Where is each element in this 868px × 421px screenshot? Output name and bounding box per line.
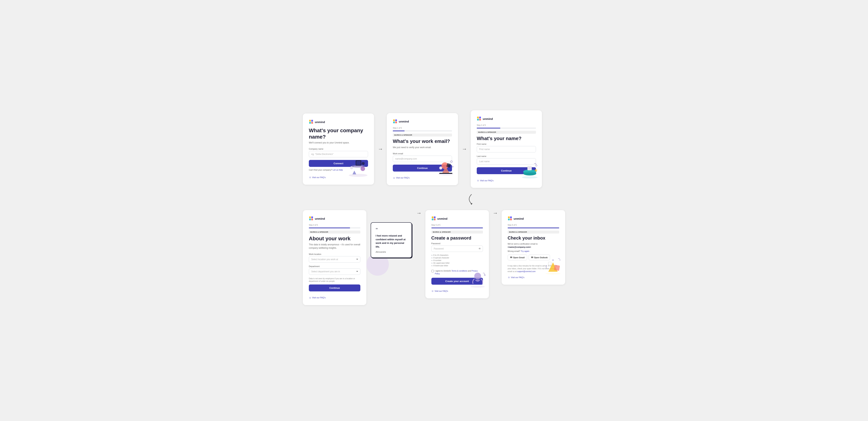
logo-text-2: unmind (399, 120, 409, 123)
svg-point-33 (522, 176, 538, 179)
card2-title: What's your work email? (393, 138, 452, 144)
arrow-4: → (493, 210, 498, 216)
card5-title: Create a password (431, 235, 483, 241)
svg-point-5 (349, 174, 368, 177)
illustration-5 (468, 269, 487, 289)
data-note: Data is not seen by employers if you are… (309, 278, 360, 283)
svg-rect-49 (432, 219, 433, 220)
rule-5: A lowercase letter (431, 265, 483, 267)
step-label-4: Step 4 of 5 (309, 224, 360, 226)
open-gmail-button[interactable]: ✉ Open Gmail (508, 255, 527, 260)
work-email-label: Work email (393, 153, 452, 155)
svg-marker-40 (470, 203, 472, 205)
quote-section: " I feel more relaxed and confident with… (370, 210, 412, 270)
arrow-1: → (378, 146, 383, 152)
progress-fill-5 (431, 228, 483, 228)
progress-bar-2 (393, 131, 452, 131)
svg-rect-48 (434, 217, 435, 218)
department-label: Department (309, 265, 360, 267)
flow-row-1: unmind What's your company name? We'll c… (303, 110, 565, 188)
card-work-email: unmind Step 1 of 5 MARKS & SPENCER What'… (387, 113, 458, 185)
svg-rect-58 (510, 219, 512, 220)
terms-link[interactable]: Terms & conditions (452, 270, 467, 272)
card1-title: What's your company name? (309, 127, 368, 140)
svg-point-59 (546, 273, 560, 274)
card-company-name: unmind What's your company name? We'll c… (303, 114, 374, 185)
svg-rect-44 (309, 219, 311, 220)
outlook-icon: ✉ (531, 256, 533, 259)
company-badge-5: MARKS & SPENCER (431, 230, 483, 233)
svg-rect-4 (311, 122, 313, 124)
illustration-6 (543, 255, 563, 276)
svg-point-63 (552, 260, 554, 261)
progress-bar-6 (508, 228, 559, 228)
company-badge-6: MARKS & SPENCER (508, 230, 559, 233)
unmind-logo-icon-6 (508, 216, 513, 221)
try-again-link[interactable]: Try again (521, 250, 529, 252)
illustration-2 (435, 156, 456, 178)
svg-rect-19 (395, 122, 397, 123)
page-container: unmind What's your company name? We'll c… (303, 110, 565, 311)
arrow-3: → (416, 210, 422, 216)
svg-rect-57 (508, 219, 510, 220)
rule-2: A special character (431, 257, 483, 259)
terms-checkbox[interactable] (431, 270, 434, 272)
svg-rect-43 (311, 217, 313, 218)
svg-rect-56 (510, 217, 512, 218)
svg-point-13 (350, 166, 353, 169)
progress-bar-3 (477, 128, 536, 128)
svg-point-25 (439, 166, 442, 169)
unmind-logo-icon-3 (477, 116, 482, 121)
svg-marker-12 (352, 171, 356, 174)
step-label-2: Step 1 of 5 (393, 127, 452, 129)
svg-rect-32 (479, 119, 481, 121)
logo-5: unmind (431, 216, 483, 221)
password-rules: 8 to 24 characters A special character A… (431, 254, 483, 267)
check-subtitle: We've sent a verification email to <name… (508, 242, 559, 249)
location-label: Work location (309, 253, 360, 255)
eye-icon[interactable]: 👁 (478, 247, 481, 250)
logo-text-1: unmind (315, 121, 325, 124)
card3-title: What's your name? (477, 136, 536, 141)
let-us-help-link[interactable]: Let us help (333, 169, 343, 171)
svg-point-52 (474, 273, 481, 280)
svg-rect-22 (439, 173, 453, 174)
svg-point-26 (451, 161, 453, 163)
svg-rect-16 (393, 119, 395, 121)
arrow-2: → (462, 146, 467, 152)
svg-rect-62 (548, 262, 551, 265)
illustration-3 (520, 159, 540, 180)
progress-fill-2 (393, 131, 405, 131)
unmind-logo-icon (309, 120, 314, 124)
location-select[interactable]: Select location you work at (309, 256, 360, 263)
svg-rect-37 (528, 167, 531, 169)
unmind-logo-icon-2 (393, 119, 398, 124)
logo-text-5: unmind (437, 217, 447, 220)
rule-4: An uppercase letter (431, 262, 483, 264)
illustration-1 (346, 155, 370, 179)
company-badge-3: MARKS & SPENCER (477, 131, 536, 134)
step-label-6: Step 6 of 5 (508, 224, 559, 226)
department-select[interactable]: Select department you are in (309, 268, 360, 275)
logo-3: unmind (477, 116, 536, 121)
company-badge-2: MARKS & SPENCER (393, 133, 452, 136)
faq-link-4[interactable]: ☺ Visit our FAQ's (309, 293, 360, 299)
progress-bar-5 (431, 228, 483, 228)
card-name: unmind Step 2 of 5 MARKS & SPENCER What'… (471, 110, 542, 188)
rule-1: 8 to 24 characters (431, 254, 483, 256)
quote-text: I feel more relaxed and confident within… (375, 234, 407, 249)
svg-rect-42 (309, 217, 311, 218)
svg-rect-30 (479, 117, 481, 118)
svg-rect-47 (432, 217, 433, 218)
svg-rect-17 (395, 119, 397, 121)
quote-author: Alessandra (375, 251, 407, 253)
wrong-email-row: Wrong email? Try again (508, 250, 559, 252)
support-email-link[interactable]: support@unmind.com (517, 270, 535, 272)
password-input[interactable] (431, 246, 483, 252)
svg-rect-50 (434, 219, 435, 220)
continue-button-4[interactable]: Continue (309, 285, 360, 291)
logo-1: unmind (309, 120, 368, 124)
logo-text-4: unmind (315, 217, 325, 220)
first-name-input[interactable] (477, 146, 536, 153)
company-name-label: Company name (309, 148, 368, 150)
